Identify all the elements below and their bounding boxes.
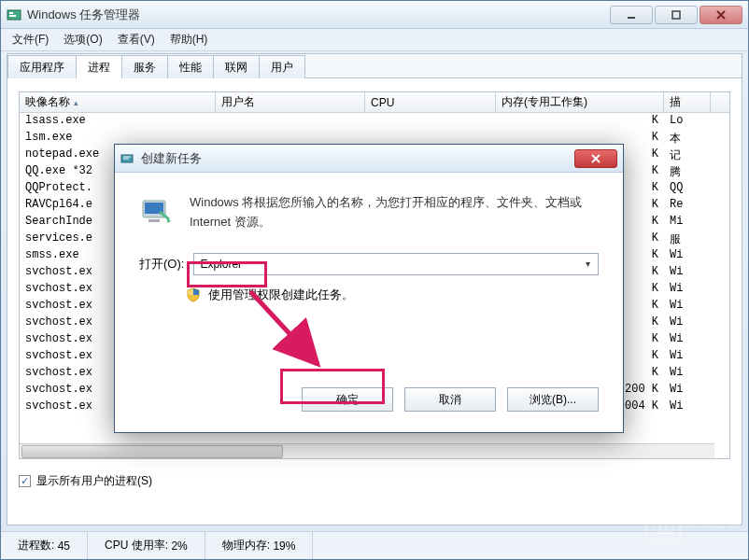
svg-rect-2 xyxy=(9,15,16,17)
dialog-message-row: Windows 将根据您所输入的名称，为您打开相应的程序、文件夹、文档或 Int… xyxy=(139,193,599,232)
cell-desc: Wi xyxy=(664,281,711,298)
svg-rect-8 xyxy=(148,219,160,222)
open-row: 打开(O): Explorer xyxy=(139,253,599,275)
cell-desc: 服 xyxy=(664,231,711,247)
cell-desc: Wi xyxy=(664,264,711,281)
menu-file[interactable]: 文件(F) xyxy=(5,30,56,49)
horizontal-scrollbar[interactable] xyxy=(20,443,714,458)
maximize-button[interactable] xyxy=(655,6,698,24)
menubar: 文件(F) 选项(O) 查看(V) 帮助(H) xyxy=(1,29,748,51)
menu-help[interactable]: 帮助(H) xyxy=(163,30,216,49)
col-cpu[interactable]: CPU xyxy=(365,92,496,112)
status-cpu-label: CPU 使用率: xyxy=(105,538,168,553)
ok-button[interactable]: 确定 xyxy=(302,387,393,412)
col-image-name[interactable]: 映像名称 xyxy=(20,92,216,112)
svg-rect-3 xyxy=(628,17,635,19)
dialog-titlebar: 创建新任务 xyxy=(115,145,623,173)
tab-strip: 应用程序 进程 服务 性能 联网 用户 xyxy=(7,54,742,78)
status-memory: 物理内存: 19% xyxy=(205,532,314,559)
titlebar: Windows 任务管理器 xyxy=(1,1,748,29)
cell-desc: Wi xyxy=(664,382,711,399)
table-header: 映像名称 用户名 CPU 内存(专用工作集) 描 xyxy=(20,92,729,113)
scrollbar-thumb[interactable] xyxy=(21,445,283,458)
status-mem-label: 物理内存: xyxy=(222,538,270,553)
table-row[interactable]: lsass.exeKLo xyxy=(20,113,729,130)
status-mem-value: 19% xyxy=(273,539,295,553)
cell-desc: QQ xyxy=(664,180,711,197)
create-new-task-dialog: 创建新任务 Windows 将根据您所输入的名称，为您打开相应的程序、文件夹、文… xyxy=(114,144,624,433)
tab-processes[interactable]: 进程 xyxy=(76,55,122,78)
status-processes: 进程数: 45 xyxy=(1,532,88,559)
cell-desc: 本 xyxy=(664,130,711,147)
col-user-name[interactable]: 用户名 xyxy=(216,92,365,112)
cell-cpu xyxy=(365,113,496,130)
tab-users[interactable]: 用户 xyxy=(259,55,305,78)
tab-applications[interactable]: 应用程序 xyxy=(7,55,77,78)
col-description[interactable]: 描 xyxy=(664,92,711,112)
admin-privilege-text: 使用管理权限创建此任务。 xyxy=(208,287,354,303)
admin-privilege-row: 使用管理权限创建此任务。 xyxy=(186,287,599,303)
menu-view[interactable]: 查看(V) xyxy=(110,30,163,49)
cell-desc: 记 xyxy=(664,147,711,163)
show-all-users-row: 显示所有用户的进程(S) xyxy=(19,473,730,489)
cell-desc: Wi xyxy=(664,298,711,315)
open-value: Explorer xyxy=(200,258,242,271)
tab-performance[interactable]: 性能 xyxy=(167,55,214,78)
cancel-button[interactable]: 取消 xyxy=(404,387,496,412)
dialog-close-button[interactable] xyxy=(574,149,617,168)
cell-desc: Wi xyxy=(664,331,711,348)
cell-memory: K xyxy=(496,113,664,130)
cell-desc: Wi xyxy=(664,365,711,382)
cell-desc: 腾 xyxy=(664,163,711,180)
browse-button[interactable]: 浏览(B)... xyxy=(507,387,599,412)
show-all-users-label: 显示所有用户的进程(S) xyxy=(36,473,152,489)
dialog-title: 创建新任务 xyxy=(141,150,574,167)
cell-desc: Lo xyxy=(664,113,711,130)
status-cpu-value: 2% xyxy=(171,539,187,553)
open-label: 打开(O): xyxy=(139,256,184,273)
run-program-icon xyxy=(139,193,173,227)
menu-options[interactable]: 选项(O) xyxy=(56,30,109,49)
dialog-button-row: 确定 取消 浏览(B)... xyxy=(139,387,599,412)
svg-rect-4 xyxy=(672,11,680,19)
cell-desc: Mi xyxy=(664,214,711,231)
window-title: Windows 任务管理器 xyxy=(27,7,608,23)
statusbar: 进程数: 45 CPU 使用率: 2% 物理内存: 19% xyxy=(1,531,748,559)
tab-networking[interactable]: 联网 xyxy=(213,55,260,78)
dialog-message: Windows 将根据您所输入的名称，为您打开相应的程序、文件夹、文档或 Int… xyxy=(190,193,599,232)
run-dialog-icon xyxy=(120,151,135,166)
cell-desc: Wi xyxy=(664,348,711,365)
show-all-users-checkbox[interactable] xyxy=(19,475,31,487)
status-processes-value: 45 xyxy=(58,539,70,553)
status-processes-label: 进程数: xyxy=(18,538,54,553)
cell-desc: Re xyxy=(664,197,711,214)
app-icon xyxy=(7,7,21,22)
col-memory[interactable]: 内存(专用工作集) xyxy=(496,92,664,112)
cell-desc: Wi xyxy=(664,247,711,264)
cell-desc: Wi xyxy=(664,315,711,331)
open-combobox[interactable]: Explorer xyxy=(193,253,599,275)
cell-image-name: lsass.exe xyxy=(20,113,216,130)
svg-rect-1 xyxy=(9,12,13,14)
status-cpu: CPU 使用率: 2% xyxy=(88,532,205,559)
cell-user xyxy=(216,113,365,130)
tab-services[interactable]: 服务 xyxy=(121,55,168,78)
shield-icon xyxy=(186,287,201,302)
window-controls xyxy=(608,6,742,24)
dialog-body: Windows 将根据您所输入的名称，为您打开相应的程序、文件夹、文档或 Int… xyxy=(115,173,623,432)
cell-desc: Wi xyxy=(664,399,711,415)
close-button[interactable] xyxy=(700,6,742,24)
minimize-button[interactable] xyxy=(610,6,653,24)
